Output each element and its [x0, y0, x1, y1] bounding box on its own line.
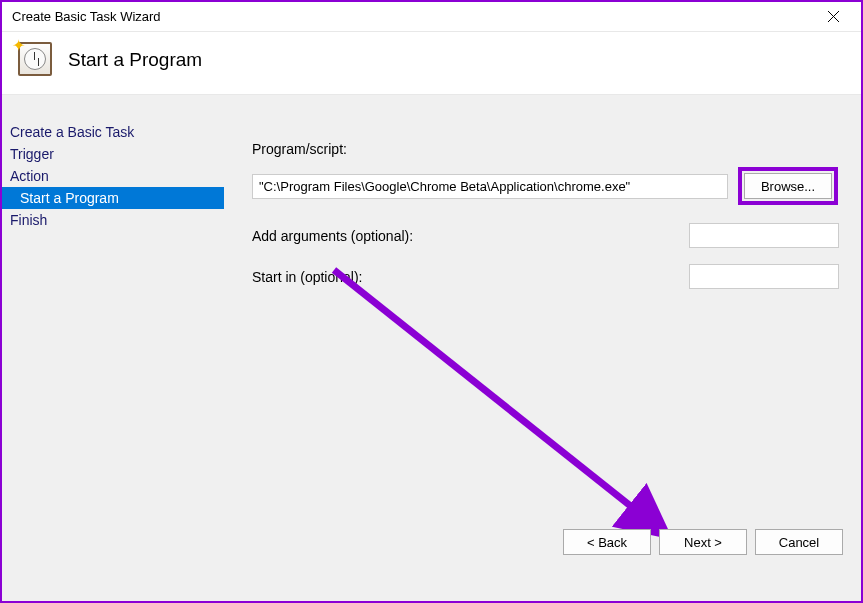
arguments-label: Add arguments (optional):: [252, 228, 532, 244]
svg-line-0: [334, 270, 662, 531]
arguments-input[interactable]: [689, 223, 839, 248]
sidebar-item-create-task[interactable]: Create a Basic Task: [2, 121, 224, 143]
titlebar: Create Basic Task Wizard: [2, 2, 861, 32]
browse-button[interactable]: Browse...: [744, 173, 832, 199]
startin-label: Start in (optional):: [252, 269, 532, 285]
cancel-button[interactable]: Cancel: [755, 529, 843, 555]
wizard-icon: ✦: [18, 42, 54, 78]
startin-input[interactable]: [689, 264, 839, 289]
wizard-sidebar: Create a Basic Task Trigger Action Start…: [2, 95, 224, 565]
page-title: Start a Program: [68, 49, 202, 71]
wizard-footer: < Back Next > Cancel: [563, 529, 843, 555]
sidebar-item-finish[interactable]: Finish: [2, 209, 224, 231]
close-icon[interactable]: [813, 3, 853, 31]
back-button[interactable]: < Back: [563, 529, 651, 555]
next-button[interactable]: Next >: [659, 529, 747, 555]
sidebar-item-start-program[interactable]: Start a Program: [2, 187, 224, 209]
annotation-highlight: Browse...: [738, 167, 838, 205]
program-input[interactable]: [252, 174, 728, 199]
window-title: Create Basic Task Wizard: [12, 9, 813, 24]
wizard-header: ✦ Start a Program: [2, 32, 861, 95]
program-label: Program/script:: [252, 141, 839, 157]
wizard-body: Create a Basic Task Trigger Action Start…: [2, 95, 861, 565]
wizard-main: Program/script: Browse... Add arguments …: [224, 95, 861, 565]
sidebar-item-trigger[interactable]: Trigger: [2, 143, 224, 165]
sidebar-item-action[interactable]: Action: [2, 165, 224, 187]
